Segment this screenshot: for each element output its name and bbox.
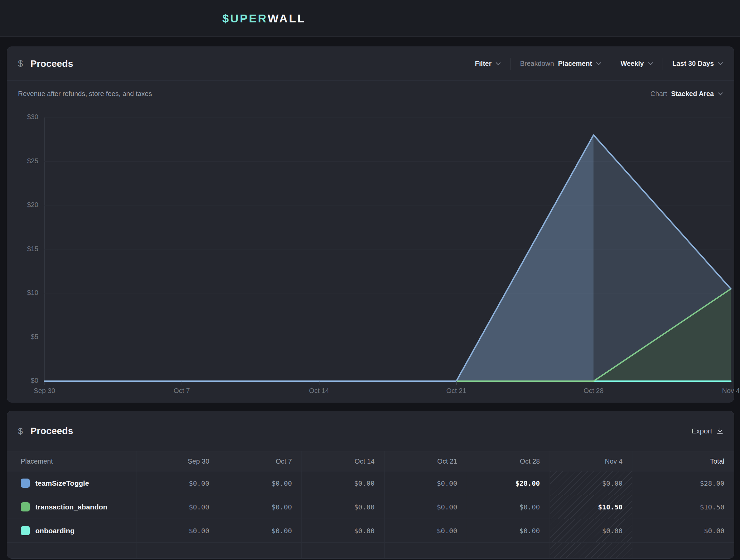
chart-subheader: Revenue after refunds, store fees, and t… — [18, 87, 723, 100]
table-card-header: $ Proceeds Export — [7, 411, 734, 451]
x-tick-label: Oct 14 — [309, 387, 329, 395]
area-fill-teamSizeToggle — [44, 135, 594, 381]
value-cell-sep-30: $0.00 — [136, 519, 219, 542]
chart-type-label: Chart — [650, 90, 667, 98]
dollar-icon: $ — [18, 58, 23, 69]
chevron-down-icon — [718, 92, 723, 95]
toolbar-divider — [663, 58, 663, 70]
x-tick-label: Nov 4 — [722, 387, 740, 395]
value-cell-sep-30: $0.00 — [136, 495, 219, 519]
logo-primary-text: $UPER — [222, 12, 267, 25]
table-header-row: PlacementSep 30Oct 7Oct 14Oct 21Oct 28No… — [7, 451, 734, 471]
chart-toolbar: Filter Breakdown Placement Weekly Last 3… — [475, 58, 723, 70]
column-header-oct-14: Oct 14 — [301, 451, 384, 471]
x-tick-mark — [731, 381, 731, 385]
y-tick-label: $25 — [7, 157, 38, 165]
superwall-logo[interactable]: $UPERWALL — [222, 0, 306, 37]
series-color-swatch — [21, 479, 30, 488]
date-range-value: Last 30 Days — [672, 60, 714, 68]
value-cell-nov-4: $0.00 — [550, 471, 632, 495]
footer-cell — [301, 543, 384, 559]
column-header-oct-21: Oct 21 — [384, 451, 467, 471]
period-dropdown[interactable]: Weekly — [621, 60, 653, 68]
breakdown-value: Placement — [558, 60, 592, 68]
x-tick-label: Oct 28 — [584, 387, 604, 395]
date-range-dropdown[interactable]: Last 30 Days — [672, 60, 723, 68]
value-cell-nov-4: $10.50 — [550, 495, 632, 519]
chart-type-value: Stacked Area — [671, 90, 714, 98]
footer-cell — [7, 543, 136, 559]
footer-cell — [136, 543, 219, 559]
column-header-placement: Placement — [7, 451, 136, 471]
value-cell-oct-7: $0.00 — [219, 519, 302, 542]
y-tick-label: $0 — [7, 377, 38, 385]
toolbar-divider — [510, 58, 511, 70]
value-cell-oct-21: $0.00 — [384, 471, 467, 495]
chart-subtitle: Revenue after refunds, store fees, and t… — [18, 90, 152, 98]
x-tick-mark — [319, 381, 319, 385]
chart-card-title: Proceeds — [30, 58, 73, 69]
placement-name: transaction_abandon — [35, 503, 107, 511]
value-cell-oct-14: $0.00 — [301, 495, 384, 519]
chevron-down-icon — [596, 62, 601, 65]
value-cell-nov-4: $0.00 — [550, 519, 632, 542]
chart-plot — [44, 117, 731, 381]
value-cell-oct-14: $0.00 — [301, 519, 384, 542]
column-header-sep-30: Sep 30 — [136, 451, 219, 471]
value-cell-oct-21: $0.00 — [384, 495, 467, 519]
placement-cell: onboarding — [7, 519, 136, 542]
toolbar-divider — [611, 58, 611, 70]
footer-cell — [384, 543, 467, 559]
breakdown-dropdown[interactable]: Breakdown Placement — [520, 60, 601, 68]
table-card-title: Proceeds — [30, 426, 73, 436]
y-tick-label: $20 — [7, 201, 38, 209]
y-tick-label: $5 — [7, 333, 38, 341]
table-row-teamsizetoggle: teamSizeToggle$0.00$0.00$0.00$0.00$28.00… — [7, 471, 734, 495]
value-cell-oct-28: $28.00 — [467, 471, 550, 495]
footer-cell — [467, 543, 550, 559]
value-cell-oct-28: $0.00 — [467, 519, 550, 542]
table-footer-strip — [7, 543, 734, 559]
value-cell-total: $0.00 — [632, 519, 734, 542]
x-tick-mark — [456, 381, 457, 385]
breakdown-label: Breakdown — [520, 60, 554, 68]
filter-label: Filter — [475, 60, 492, 68]
chart-type-dropdown[interactable]: Chart Stacked Area — [650, 90, 723, 98]
value-cell-total: $10.50 — [632, 495, 734, 519]
table-row-transaction-abandon: transaction_abandon$0.00$0.00$0.00$0.00$… — [7, 495, 734, 519]
value-cell-total: $28.00 — [632, 471, 734, 495]
proceeds-chart-card: $ Proceeds Filter Breakdown Placement We… — [7, 46, 734, 403]
period-value: Weekly — [621, 60, 644, 68]
export-label: Export — [691, 427, 712, 435]
download-icon — [717, 428, 723, 434]
table-row-onboarding: onboarding$0.00$0.00$0.00$0.00$0.00$0.00… — [7, 519, 734, 543]
export-button[interactable]: Export — [691, 427, 723, 435]
series-color-swatch — [21, 526, 30, 535]
x-tick-label: Oct 21 — [446, 387, 466, 395]
chevron-down-icon — [718, 62, 723, 65]
footer-cell — [632, 543, 734, 559]
table-body: teamSizeToggle$0.00$0.00$0.00$0.00$28.00… — [7, 471, 734, 543]
top-app-bar: $UPERWALL — [0, 0, 740, 37]
y-tick-label: $30 — [7, 113, 38, 121]
filter-dropdown[interactable]: Filter — [475, 60, 501, 68]
placement-name: onboarding — [35, 527, 74, 535]
logo-secondary-text: WALL — [267, 12, 306, 25]
chart-card-header: $ Proceeds Filter Breakdown Placement We… — [7, 47, 734, 81]
x-tick-label: Sep 30 — [34, 387, 55, 395]
placement-cell: teamSizeToggle — [7, 471, 136, 495]
proceeds-table-card: $ Proceeds Export PlacementSep 30Oct 7Oc… — [7, 411, 734, 559]
column-header-oct-28: Oct 28 — [467, 451, 550, 471]
value-cell-oct-7: $0.00 — [219, 471, 302, 495]
x-tick-mark — [594, 381, 594, 385]
column-header-oct-7: Oct 7 — [219, 451, 302, 471]
x-tick-mark — [182, 381, 182, 385]
placement-name: teamSizeToggle — [35, 479, 89, 487]
column-header-total: Total — [632, 451, 734, 471]
stacked-area-chart: $0$5$10$15$20$25$30 Sep 30Oct 7Oct 14Oct… — [7, 117, 734, 402]
value-cell-sep-30: $0.00 — [136, 471, 219, 495]
x-tick-label: Oct 7 — [173, 387, 190, 395]
footer-cell — [550, 543, 632, 559]
chevron-down-icon — [496, 62, 501, 65]
value-cell-oct-14: $0.00 — [301, 471, 384, 495]
